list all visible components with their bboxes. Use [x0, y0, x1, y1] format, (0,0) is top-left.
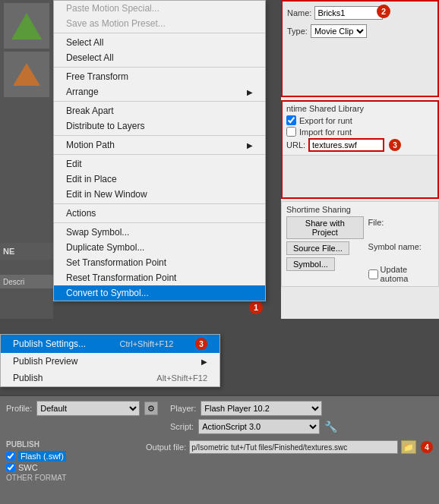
gear-icon[interactable]: ⚙: [144, 402, 158, 415]
wrench-icon[interactable]: 🔧: [324, 421, 337, 433]
menu-edit-in-place[interactable]: Edit in Place: [54, 172, 265, 187]
separator-4: [54, 135, 265, 136]
publish-settings-item[interactable]: Publish Settings... Ctrl+Shift+F12 3: [1, 335, 220, 353]
menu-duplicate-symbol[interactable]: Duplicate Symbol...: [54, 240, 265, 255]
profile-row: Profile: Default ⚙: [6, 401, 158, 416]
menu-swap-symbol[interactable]: Swap Symbol...: [54, 225, 265, 240]
bottom-two-col: PUBLISH Flash (.swf) SWC OTHER FORMAT Ou…: [6, 440, 433, 482]
url-input[interactable]: [308, 138, 384, 152]
swc-label: SWC: [18, 463, 38, 472]
separator-5: [54, 154, 265, 155]
player-select[interactable]: Flash Player 10.2: [201, 401, 322, 416]
player-label: Player:: [170, 404, 196, 413]
bottom-panel: Profile: Default ⚙ Player: Flash Player …: [0, 395, 439, 504]
output-file-row: Output file: 📁 4: [146, 440, 433, 454]
type-label: Type:: [287, 27, 308, 36]
menu-save-motion-preset[interactable]: Save as Motion Preset...: [54, 16, 265, 31]
context-menu: Paste Motion Special... Save as Motion P…: [53, 0, 266, 301]
shortime-section: Shortime Sharing Share with Project Sour…: [281, 201, 439, 287]
symbol-btn[interactable]: Symbol...: [286, 257, 335, 271]
other-formats-label: OTHER FORMAT: [6, 474, 143, 482]
publish-menu: Publish Settings... Ctrl+Shift+F12 3 Pub…: [0, 334, 220, 387]
publish-preview-item[interactable]: Publish Preview ▶: [1, 353, 220, 370]
swc-checkbox[interactable]: [6, 463, 15, 472]
export-checkbox[interactable]: [286, 115, 296, 125]
left-col: PUBLISH Flash (.swf) SWC OTHER FORMAT: [6, 440, 143, 482]
file-label: File:: [368, 218, 434, 227]
script-label: Script:: [170, 422, 194, 431]
publish-settings-shortcut: Ctrl+Shift+F12: [120, 339, 174, 348]
url-label: URL:: [286, 140, 305, 150]
name-input[interactable]: [314, 6, 383, 20]
publish-settings-label: Publish Settings...: [13, 339, 86, 349]
menu-reset-transformation-point[interactable]: Reset Transformation Point: [54, 270, 265, 285]
arrange-arrow: ▶: [247, 88, 253, 96]
profile-select[interactable]: Default: [36, 401, 140, 416]
right-col: Output file: 📁 4: [146, 440, 433, 482]
menu-free-transform[interactable]: Free Transform: [54, 69, 265, 84]
thumbnail-sidebar: [0, 0, 53, 319]
update-auto-label: Update automa: [381, 265, 434, 283]
separator-1: [54, 33, 265, 33]
flash-swf-label: Flash (.swf): [18, 451, 66, 461]
menu-paste-motion-special[interactable]: Paste Motion Special...: [54, 1, 265, 16]
separator-7: [54, 222, 265, 223]
output-file-label: Output file:: [146, 443, 186, 452]
badge-2: 2: [377, 5, 390, 18]
flash-swf-row: Flash (.swf): [6, 451, 143, 461]
descr-tab[interactable]: Descri: [0, 275, 53, 288]
badge-4: 4: [421, 441, 433, 453]
menu-edit[interactable]: Edit: [54, 156, 265, 172]
badge-3-url: 3: [389, 139, 401, 151]
swc-row: SWC: [6, 463, 143, 472]
thumb-item-2[interactable]: [4, 52, 49, 97]
name-field-row: Name:: [287, 6, 435, 20]
publish-item[interactable]: Publish Alt+Shift+F12: [1, 370, 220, 386]
badge-1: 1: [249, 301, 263, 314]
menu-motion-path[interactable]: Motion Path ▶: [54, 137, 265, 153]
profile-label: Profile:: [6, 404, 32, 413]
thumb-item-1[interactable]: [4, 3, 49, 49]
triangle-icon-green: [11, 13, 42, 39]
separator-3: [54, 101, 265, 102]
menu-distribute-to-layers[interactable]: Distribute to Layers: [54, 118, 265, 134]
url-row: URL: 3: [286, 138, 434, 152]
menu-set-transformation-point[interactable]: Set Transformation Point: [54, 255, 265, 270]
export-label: Export for runt: [299, 116, 352, 125]
flash-swf-checkbox[interactable]: [6, 452, 15, 461]
name-label: Name:: [287, 8, 311, 17]
menu-actions[interactable]: Actions: [54, 206, 265, 221]
triangle-icon-orange: [13, 63, 40, 86]
script-select[interactable]: ActionScript 3.0: [198, 419, 320, 434]
output-file-input[interactable]: [189, 440, 398, 454]
script-row: Script: ActionScript 3.0 🔧: [170, 419, 433, 434]
import-checkbox[interactable]: [286, 127, 296, 137]
separator-6: [54, 203, 265, 204]
update-auto-checkbox[interactable]: [368, 269, 378, 279]
motion-path-arrow: ▶: [247, 141, 253, 150]
source-file-btn[interactable]: Source File...: [286, 241, 349, 255]
bottom-panel-inner: Profile: Default ⚙ Player: Flash Player …: [0, 396, 439, 487]
ne-bar: NE: [0, 243, 61, 260]
publish-header: PUBLISH: [6, 440, 143, 449]
import-label: Import for runt: [299, 128, 352, 137]
menu-edit-in-new-window[interactable]: Edit in New Window: [54, 187, 265, 202]
publish-preview-label: Publish Preview: [13, 356, 77, 367]
publish-preview-arrow: ▶: [201, 358, 207, 366]
import-row: Import for runt: [286, 127, 434, 137]
publish-label: Publish: [13, 373, 43, 383]
menu-deselect-all[interactable]: Deselect All: [54, 50, 265, 65]
player-row: Player: Flash Player 10.2: [170, 401, 433, 416]
menu-convert-to-symbol[interactable]: Convert to Symbol...: [54, 285, 265, 301]
menu-arrange[interactable]: Arrange ▶: [54, 84, 265, 99]
menu-select-all[interactable]: Select All: [54, 35, 265, 50]
share-with-project-btn[interactable]: Share with Project: [286, 216, 364, 239]
type-select[interactable]: Movie Clip Button Graphic: [311, 24, 367, 38]
menu-break-apart[interactable]: Break Apart: [54, 103, 265, 118]
export-row: Export for runt: [286, 115, 434, 125]
folder-icon-btn[interactable]: 📁: [401, 440, 416, 454]
descr-text: Descri: [3, 278, 24, 286]
publish-shortcut: Alt+Shift+F12: [156, 373, 207, 383]
separator-2: [54, 67, 265, 68]
type-field-row: Type: Movie Clip Button Graphic: [287, 24, 435, 38]
